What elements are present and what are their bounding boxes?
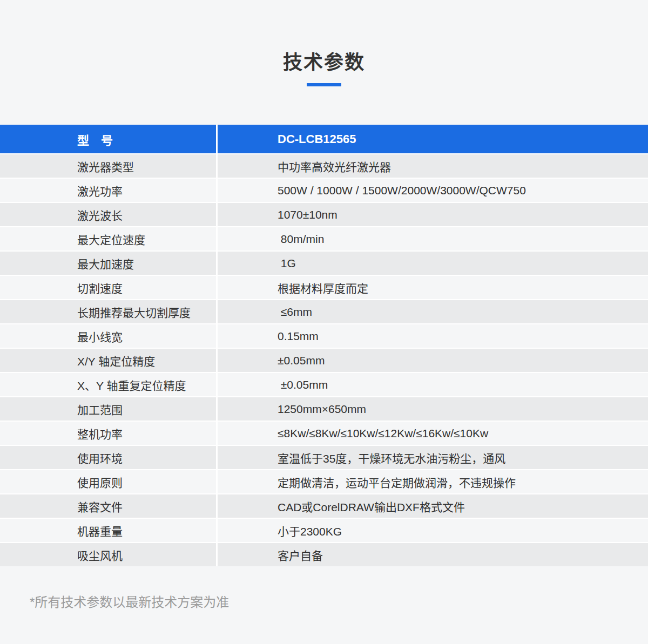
- page-title: 技术参数: [0, 51, 648, 74]
- title-underline: [307, 83, 341, 86]
- row-value: CAD或CorelDRAW输出DXF格式文件: [218, 494, 648, 518]
- row-value: 1G: [218, 252, 648, 275]
- row-value: ±0.05mm: [218, 373, 648, 396]
- row-label: 使用环境: [0, 446, 216, 469]
- row-label: 吸尘风机: [0, 543, 216, 566]
- row-label: X/Y 轴定位精度: [0, 349, 216, 372]
- table-row: 最大加速度 1G: [0, 252, 648, 275]
- disclaimer-note: *所有技术参数以最新技术方案为准: [30, 594, 648, 610]
- row-label: 激光波长: [0, 203, 216, 226]
- row-label: 最小线宽: [0, 324, 216, 348]
- table-row: X、Y 轴重复定位精度 ±0.05mm: [0, 373, 648, 396]
- table-row: 使用环境 室温低于35度，干燥环境无水油污粉尘，通风: [0, 446, 648, 469]
- table-header-row: 型 号 DC-LCB12565: [0, 125, 648, 153]
- row-value: 1250mm×650mm: [218, 397, 648, 421]
- row-value: 客户自备: [218, 543, 648, 566]
- table-row: 最小线宽 0.15mm: [0, 324, 648, 348]
- table-header-label: 型 号: [0, 125, 216, 153]
- row-value: 500W / 1000W / 1500W/2000W/3000W/QCW750: [218, 179, 648, 202]
- table-row: 最大定位速度 80m/min: [0, 227, 648, 250]
- table-header-value: DC-LCB12565: [218, 125, 648, 153]
- row-label: 长期推荐最大切割厚度: [0, 300, 216, 323]
- row-label: 激光器类型: [0, 154, 216, 178]
- table-row: 切割速度 根据材料厚度而定: [0, 276, 648, 299]
- row-value: 中功率高效光纤激光器: [218, 154, 648, 178]
- row-label: 激光功率: [0, 179, 216, 202]
- row-value: 小于2300KG: [218, 519, 648, 542]
- spec-table: 型 号 DC-LCB12565 激光器类型 中功率高效光纤激光器 激光功率 50…: [0, 125, 648, 566]
- table-row: 加工范围 1250mm×650mm: [0, 397, 648, 421]
- row-value: 室温低于35度，干燥环境无水油污粉尘，通风: [218, 446, 648, 469]
- row-label: 加工范围: [0, 397, 216, 421]
- row-value: ≤8Kw/≤8Kw/≤10Kw/≤12Kw/≤16Kw/≤10Kw: [218, 422, 648, 445]
- row-value: 0.15mm: [218, 324, 648, 348]
- table-row: 整机功率 ≤8Kw/≤8Kw/≤10Kw/≤12Kw/≤16Kw/≤10Kw: [0, 422, 648, 445]
- row-label: 兼容文件: [0, 494, 216, 518]
- row-value: ±0.05mm: [218, 349, 648, 372]
- row-value: 80m/min: [218, 227, 648, 250]
- table-row: 激光功率 500W / 1000W / 1500W/2000W/3000W/QC…: [0, 179, 648, 202]
- row-label: 切割速度: [0, 276, 216, 299]
- row-label: 最大定位速度: [0, 227, 216, 250]
- table-row: 机器重量 小于2300KG: [0, 519, 648, 542]
- row-label: 使用原则: [0, 470, 216, 493]
- table-row: 吸尘风机 客户自备: [0, 543, 648, 566]
- table-row: 激光波长 1070±10nm: [0, 203, 648, 226]
- table-row: X/Y 轴定位精度 ±0.05mm: [0, 349, 648, 372]
- row-label: X、Y 轴重复定位精度: [0, 373, 216, 396]
- table-row: 使用原则 定期做清洁，运动平台定期做润滑，不违规操作: [0, 470, 648, 493]
- table-row: 兼容文件 CAD或CorelDRAW输出DXF格式文件: [0, 494, 648, 518]
- row-label: 机器重量: [0, 519, 216, 542]
- row-value: 1070±10nm: [218, 203, 648, 226]
- page: { "header": { "title": "技术参数" }, "colors…: [0, 0, 648, 644]
- table-row: 长期推荐最大切割厚度 ≤6mm: [0, 300, 648, 323]
- row-label: 最大加速度: [0, 252, 216, 275]
- row-value: ≤6mm: [218, 300, 648, 323]
- row-value: 根据材料厚度而定: [218, 276, 648, 299]
- row-label: 整机功率: [0, 422, 216, 445]
- row-value: 定期做清洁，运动平台定期做润滑，不违规操作: [218, 470, 648, 493]
- table-row: 激光器类型 中功率高效光纤激光器: [0, 154, 648, 178]
